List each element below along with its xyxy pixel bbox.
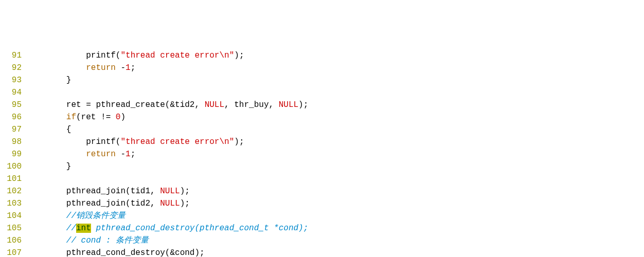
token: pthread_join(tid1, [27, 187, 160, 196]
token: if [66, 113, 76, 122]
token: NULL [160, 199, 180, 208]
token: 1 [126, 63, 131, 72]
code-line[interactable]: 95 ret = pthread_create(&tid2, NULL, thr… [0, 99, 308, 111]
code-line[interactable]: 103 pthread_join(tid2, NULL); [0, 197, 308, 210]
line-number: 99 [0, 148, 26, 160]
code-content[interactable]: pthread_cond_destroy(&cond); [26, 247, 205, 257]
line-number: 95 [0, 99, 26, 111]
code-content[interactable]: //销毁条件变量 [26, 210, 126, 222]
token: ); [234, 137, 244, 146]
token: printf( [27, 137, 120, 146]
token: ); [234, 51, 244, 60]
token: // cond : 条件变量 [66, 236, 149, 245]
line-number: 96 [0, 111, 26, 123]
code-line[interactable]: 99 return -1; [0, 148, 308, 160]
token: " [229, 137, 235, 146]
code-editor[interactable]: 91 printf("thread create error\n");92 re… [0, 49, 644, 257]
token: { [27, 125, 71, 134]
token: ); [180, 187, 190, 196]
token: pthread_cond_destroy(&cond); [27, 248, 205, 257]
code-line[interactable]: 98 printf("thread create error\n"); [0, 136, 308, 148]
token: printf( [27, 51, 120, 60]
line-number: 101 [0, 173, 26, 185]
token [27, 211, 66, 221]
code-content[interactable]: { [26, 123, 71, 136]
line-number: 103 [0, 197, 26, 210]
token: return [86, 150, 116, 159]
line-number: 106 [0, 234, 26, 247]
line-number: 104 [0, 210, 26, 222]
code-line[interactable]: 105 //int pthread_cond_destroy(pthread_c… [0, 222, 308, 234]
code-content[interactable]: pthread_join(tid1, NULL); [26, 185, 190, 197]
code-line[interactable]: 101 [0, 173, 308, 185]
token: \n [219, 51, 229, 60]
token: 1 [126, 150, 131, 159]
token: ) [120, 113, 126, 122]
code-content[interactable]: printf("thread create error\n"); [26, 136, 244, 148]
token [27, 236, 66, 245]
code-line[interactable]: 94 [0, 86, 308, 99]
line-number: 93 [0, 74, 26, 86]
token: - [116, 150, 126, 159]
code-content[interactable]: } [26, 74, 71, 86]
token: , thr_buy, [224, 100, 279, 109]
code-line[interactable]: 107 pthread_cond_destroy(&cond); [0, 247, 308, 257]
token: int [76, 224, 91, 233]
token: "thread create error [120, 137, 219, 146]
code-content[interactable]: // cond : 条件变量 [26, 234, 149, 247]
token: - [116, 63, 126, 72]
line-number: 94 [0, 86, 26, 99]
code-content[interactable]: //int pthread_cond_destroy(pthread_cond_… [26, 222, 308, 234]
token: pthread_join(tid2, [27, 199, 160, 208]
line-number: 97 [0, 123, 26, 136]
code-content[interactable]: return -1; [26, 148, 135, 160]
token: (ret != [76, 113, 116, 122]
token [27, 150, 86, 159]
token: ; [131, 63, 136, 72]
line-number: 91 [0, 49, 26, 62]
token: ); [180, 199, 190, 208]
token: ); [298, 100, 308, 109]
token: } [27, 76, 71, 85]
code-line[interactable]: 97 { [0, 123, 308, 136]
line-number: 102 [0, 185, 26, 197]
code-content[interactable]: printf("thread create error\n"); [26, 49, 244, 62]
token: } [27, 162, 71, 171]
token: pthread_cond_destroy(pthread_cond_t *con… [91, 224, 308, 233]
code-line[interactable]: 91 printf("thread create error\n"); [0, 49, 308, 62]
code-line[interactable]: 92 return -1; [0, 62, 308, 74]
token [27, 224, 66, 233]
code-line[interactable]: 102 pthread_join(tid1, NULL); [0, 185, 308, 197]
code-content[interactable]: ret = pthread_create(&tid2, NULL, thr_bu… [26, 99, 308, 111]
code-line[interactable]: 104 //销毁条件变量 [0, 210, 308, 222]
line-number: 100 [0, 160, 26, 173]
code-line[interactable]: 100 } [0, 160, 308, 173]
token [27, 113, 66, 122]
token: " [229, 51, 235, 60]
token: NULL [279, 100, 298, 109]
token: return [86, 63, 116, 72]
token: NULL [205, 100, 224, 109]
token: \n [219, 137, 229, 146]
line-number: 98 [0, 136, 26, 148]
code-content[interactable]: if(ret != 0) [26, 111, 126, 123]
token: NULL [160, 187, 180, 196]
code-content[interactable]: } [26, 160, 71, 173]
token: //销毁条件变量 [66, 211, 126, 221]
token [27, 63, 86, 72]
line-number: 105 [0, 222, 26, 234]
line-number: 107 [0, 247, 26, 257]
token: ret = pthread_create(&tid2, [27, 100, 205, 109]
token: 0 [116, 113, 121, 122]
code-content[interactable]: pthread_join(tid2, NULL); [26, 197, 190, 210]
code-content[interactable]: return -1; [26, 62, 135, 74]
code-line[interactable]: 106 // cond : 条件变量 [0, 234, 308, 247]
token: "thread create error [120, 51, 219, 60]
token: ; [131, 150, 136, 159]
code-line[interactable]: 96 if(ret != 0) [0, 111, 308, 123]
code-line[interactable]: 93 } [0, 74, 308, 86]
line-number: 92 [0, 62, 26, 74]
token: // [66, 224, 76, 233]
